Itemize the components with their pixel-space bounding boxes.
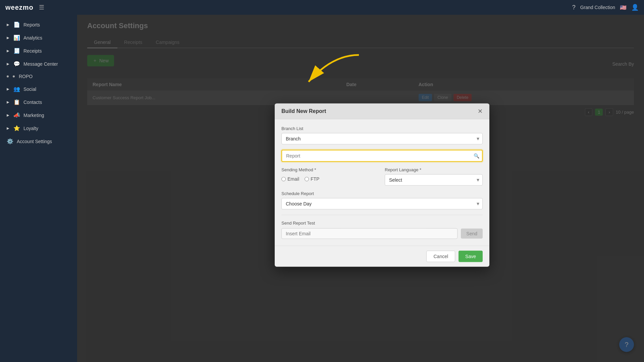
app-logo: weezmo	[5, 4, 34, 11]
sidebar-item-label: Analytics	[23, 35, 42, 41]
dot-icon	[13, 75, 15, 77]
radio-group: Email FTP	[281, 174, 379, 182]
expand-arrow-icon: ▶	[7, 36, 9, 40]
search-icon: 🔍	[474, 153, 479, 159]
expand-arrow-icon: ▶	[7, 87, 9, 91]
user-icon[interactable]: 👤	[631, 4, 639, 11]
sidebar-item-reports[interactable]: ▶ 📄 Reports	[0, 18, 77, 31]
modal-header: Build New Report ✕	[275, 104, 489, 119]
main-layout: ▶ 📄 Reports ▶ 📊 Analytics ▶ 🧾 Receipts ▶…	[0, 15, 644, 362]
sidebar-item-label: ROPO	[19, 74, 33, 79]
message-center-icon: 💬	[13, 61, 20, 67]
modal-footer: Cancel Save	[275, 246, 489, 267]
navbar: weezmo ☰ ? Grand Collection 🇺🇸 👤	[0, 0, 644, 15]
content-area: Account Settings General Receipts Campai…	[77, 15, 644, 362]
report-input-wrapper: 🔍	[281, 150, 483, 162]
social-icon: 👥	[13, 86, 20, 92]
sidebar-item-message-center[interactable]: ▶ 💬 Message Center	[0, 57, 77, 70]
branch-select-wrapper: Branch	[281, 133, 483, 144]
sidebar-item-label: Message Center	[23, 61, 58, 67]
hamburger-icon[interactable]: ☰	[39, 4, 44, 11]
sidebar-item-social[interactable]: ▶ 👥 Social	[0, 82, 77, 96]
schedule-report-label: Schedule Report	[281, 191, 483, 196]
contacts-icon: 📋	[13, 99, 20, 105]
dot-icon	[7, 75, 9, 77]
send-test-button[interactable]: Send	[461, 229, 483, 239]
language-select[interactable]: Select	[385, 174, 483, 186]
expand-arrow-icon: ▶	[7, 100, 9, 104]
sending-method-label: Sending Method *	[281, 167, 379, 172]
sidebar-item-label: Loyalty	[23, 126, 38, 131]
account-settings-icon: ⚙️	[7, 138, 13, 144]
send-test-row: Send	[281, 228, 483, 239]
marketing-icon: 📣	[13, 112, 20, 118]
sidebar-item-analytics[interactable]: ▶ 📊 Analytics	[0, 31, 77, 44]
expand-arrow-icon: ▶	[7, 23, 9, 26]
language-select-wrapper: Select	[385, 174, 483, 186]
sidebar-item-account-settings[interactable]: ⚙️ Account Settings	[0, 135, 77, 148]
expand-arrow-icon: ▶	[7, 49, 9, 53]
sidebar-item-label: Account Settings	[17, 139, 52, 144]
email-radio[interactable]	[281, 177, 286, 181]
sidebar-item-marketing[interactable]: ▶ 📣 Marketing	[0, 109, 77, 122]
branch-list-group: Branch List Branch	[281, 126, 483, 144]
navbar-right: ? Grand Collection 🇺🇸 👤	[572, 4, 639, 11]
divider	[281, 215, 483, 215]
schedule-report-group: Schedule Report Choose Day	[281, 191, 483, 209]
branch-list-label: Branch List	[281, 126, 483, 131]
build-report-modal: Build New Report ✕ Branch List Branch	[275, 104, 489, 267]
modal-body: Branch List Branch 🔍	[275, 119, 489, 246]
send-test-section: Send Report Test Send	[281, 221, 483, 239]
sidebar-item-label: Social	[23, 86, 36, 92]
report-language-label: Report Language *	[385, 167, 483, 172]
sidebar-item-label: Receipts	[23, 48, 42, 54]
report-language-group: Report Language * Select	[385, 167, 483, 186]
modal-title: Build New Report	[281, 108, 326, 114]
modal-close-button[interactable]: ✕	[478, 108, 483, 114]
flag-icon: 🇺🇸	[620, 4, 627, 11]
expand-arrow-icon: ▶	[7, 113, 9, 117]
send-test-label: Send Report Test	[281, 221, 483, 226]
sidebar-item-label: Contacts	[23, 100, 42, 105]
email-radio-label[interactable]: Email	[281, 176, 299, 182]
sidebar-item-contacts[interactable]: ▶ 📋 Contacts	[0, 96, 77, 109]
expand-arrow-icon: ▶	[7, 126, 9, 130]
sidebar-item-ropo[interactable]: ROPO	[0, 70, 77, 82]
schedule-select-wrapper: Choose Day	[281, 198, 483, 209]
navbar-left: weezmo ☰	[5, 4, 44, 11]
email-radio-text: Email	[287, 176, 299, 182]
loyalty-icon: ⭐	[13, 125, 20, 131]
sending-method-group: Sending Method * Email FTP	[281, 167, 379, 186]
expand-arrow-icon: ▶	[7, 62, 9, 66]
company-name: Grand Collection	[580, 5, 615, 10]
sidebar-item-loyalty[interactable]: ▶ ⭐ Loyalty	[0, 122, 77, 135]
cancel-button[interactable]: Cancel	[426, 251, 455, 262]
sidebar: ▶ 📄 Reports ▶ 📊 Analytics ▶ 🧾 Receipts ▶…	[0, 15, 77, 362]
sidebar-item-receipts[interactable]: ▶ 🧾 Receipts	[0, 44, 77, 57]
sending-language-row: Sending Method * Email FTP	[281, 167, 483, 191]
analytics-icon: 📊	[13, 35, 20, 41]
ftp-radio-label[interactable]: FTP	[305, 176, 319, 182]
ftp-radio[interactable]	[305, 177, 309, 181]
help-icon[interactable]: ?	[572, 4, 576, 11]
report-input-group: 🔍	[281, 150, 483, 162]
receipts-icon: 🧾	[13, 48, 20, 54]
sidebar-item-label: Reports	[23, 22, 40, 27]
ftp-radio-text: FTP	[311, 176, 319, 182]
schedule-select[interactable]: Choose Day	[281, 198, 483, 209]
branch-select[interactable]: Branch	[281, 133, 483, 144]
test-email-input[interactable]	[281, 228, 458, 239]
save-button[interactable]: Save	[459, 251, 483, 262]
report-search-input[interactable]	[281, 150, 483, 162]
sidebar-item-label: Marketing	[23, 113, 44, 118]
reports-icon: 📄	[13, 21, 20, 28]
